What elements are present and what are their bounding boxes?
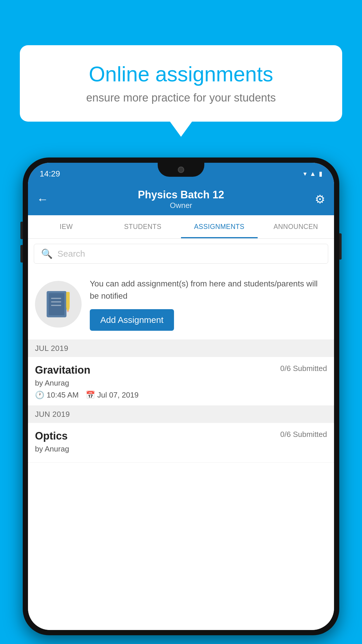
battery-icon: ▮ <box>319 170 322 178</box>
svg-rect-3 <box>51 301 61 302</box>
front-camera <box>178 167 184 173</box>
assignment-title-optics: Optics <box>35 430 68 442</box>
header-title-area: Physics Batch 12 Owner <box>138 189 224 210</box>
batch-subtitle: Owner <box>138 201 224 210</box>
clock-icon: 🕐 <box>35 391 44 400</box>
phone-frame: 14:29 ▾ ▲ ▮ ← Physics Batch 12 Owner ⚙ I… <box>23 158 339 635</box>
search-container: 🔍 Search <box>28 239 334 269</box>
assignment-meta: 🕐 10:45 AM 📅 Jul 07, 2019 <box>35 391 327 400</box>
notebook-icon <box>45 290 71 319</box>
svg-rect-1 <box>49 293 64 315</box>
tab-students[interactable]: STUDENTS <box>105 215 181 238</box>
svg-rect-4 <box>51 305 61 306</box>
speech-bubble: Online assignments ensure more practice … <box>20 45 342 122</box>
power-button <box>339 233 342 260</box>
tab-iew[interactable]: IEW <box>28 215 105 238</box>
volume-up-button <box>20 222 23 239</box>
info-icon-circle <box>35 281 82 328</box>
assignment-submitted: 0/6 Submitted <box>280 364 327 373</box>
time-meta: 🕐 10:45 AM <box>35 391 79 400</box>
status-time: 14:29 <box>40 167 60 178</box>
svg-marker-7 <box>67 311 69 312</box>
assignment-title: Gravitation <box>35 364 90 376</box>
phone-notch <box>158 163 204 177</box>
tabs-bar: IEW STUDENTS ASSIGNMENTS ANNOUNCEN <box>28 215 334 239</box>
batch-title: Physics Batch 12 <box>138 189 224 201</box>
add-assignment-button[interactable]: Add Assignment <box>90 309 174 331</box>
phone-screen: 14:29 ▾ ▲ ▮ ← Physics Batch 12 Owner ⚙ I… <box>28 163 334 630</box>
section-header-jul: JUL 2019 <box>28 340 334 357</box>
speech-bubble-subtitle: ensure more practice for your students <box>40 92 322 104</box>
assignment-author-optics: by Anurag <box>35 444 327 454</box>
info-text-area: You can add assignment(s) from here and … <box>90 278 327 331</box>
assignment-item-gravitation[interactable]: Gravitation 0/6 Submitted by Anurag 🕐 10… <box>28 357 334 406</box>
tab-assignments[interactable]: ASSIGNMENTS <box>181 215 258 238</box>
status-icons: ▾ ▲ ▮ <box>303 168 322 178</box>
assignment-time: 10:45 AM <box>47 391 79 400</box>
info-description: You can add assignment(s) from here and … <box>90 278 327 302</box>
assignment-author: by Anurag <box>35 379 327 388</box>
svg-rect-5 <box>66 292 70 308</box>
assignment-top-row: Gravitation 0/6 Submitted <box>35 364 327 376</box>
volume-down-button <box>20 245 23 262</box>
search-placeholder: Search <box>57 249 85 259</box>
speech-bubble-container: Online assignments ensure more practice … <box>20 45 342 122</box>
assignment-submitted-optics: 0/6 Submitted <box>280 430 327 439</box>
settings-icon[interactable]: ⚙ <box>315 192 325 206</box>
wifi-icon: ▾ <box>303 170 307 178</box>
content-area: 🔍 Search <box>28 239 334 630</box>
section-header-jun: JUN 2019 <box>28 406 334 423</box>
date-meta: 📅 Jul 07, 2019 <box>86 391 139 400</box>
assignment-top-row-optics: Optics 0/6 Submitted <box>35 430 327 442</box>
tab-announcements[interactable]: ANNOUNCEN <box>258 215 334 238</box>
back-button[interactable]: ← <box>37 193 48 206</box>
speech-bubble-title: Online assignments <box>40 63 322 86</box>
search-bar[interactable]: 🔍 Search <box>34 244 328 264</box>
search-icon: 🔍 <box>41 248 53 259</box>
svg-rect-2 <box>51 298 61 299</box>
app-header: ← Physics Batch 12 Owner ⚙ <box>28 183 334 215</box>
signal-icon: ▲ <box>310 170 316 178</box>
calendar-icon: 📅 <box>86 391 95 400</box>
assignment-date: Jul 07, 2019 <box>97 391 139 400</box>
info-card: You can add assignment(s) from here and … <box>28 269 334 340</box>
assignment-item-optics[interactable]: Optics 0/6 Submitted by Anurag <box>28 423 334 463</box>
